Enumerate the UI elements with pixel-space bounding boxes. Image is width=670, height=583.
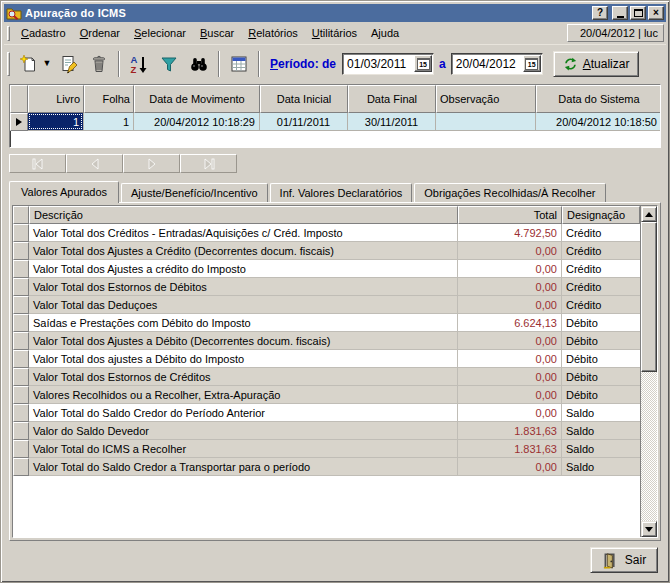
calendar-view-button[interactable] [224, 49, 254, 79]
row-selector[interactable] [13, 242, 29, 260]
column-header-observacao[interactable]: Observação [436, 85, 536, 113]
cell-designacao[interactable]: Crédito [562, 296, 640, 314]
row-selector[interactable] [13, 278, 29, 296]
cell-designacao[interactable]: Crédito [562, 278, 640, 296]
row-selector[interactable] [13, 422, 29, 440]
cell-folha[interactable]: 1 [84, 113, 134, 131]
cell-total[interactable]: 0,00 [458, 404, 562, 422]
row-selector[interactable] [13, 368, 29, 386]
column-header-data-movimento[interactable]: Data de Movimento [134, 85, 260, 113]
cell-total[interactable]: 4.792,50 [458, 224, 562, 242]
table-row[interactable]: Valor Total dos Estornos de Débitos 0,00… [13, 278, 640, 296]
menu-item[interactable]: Buscar [193, 24, 241, 42]
minimize-button[interactable] [612, 6, 628, 20]
table-row[interactable]: Saídas e Prestações com Débito do Impost… [13, 314, 640, 332]
cell-descricao[interactable]: Valor Total dos Créditos - Entradas/Aqui… [29, 224, 458, 242]
cell-descricao[interactable]: Valor Total dos Ajustes a crédito do Imp… [29, 260, 458, 278]
cell-descricao[interactable]: Valor Total dos ajustes a Débito do Impo… [29, 350, 458, 368]
column-header-data-sistema[interactable]: Data do Sistema [536, 85, 661, 113]
close-button[interactable]: × [648, 6, 664, 20]
new-record-dropdown-button[interactable]: ▼ [40, 49, 54, 79]
cell-descricao[interactable]: Valor Total dos Ajustes a Débito (Decorr… [29, 332, 458, 350]
tab[interactable]: Valores Apurados [9, 181, 119, 203]
tab[interactable]: Ajuste/Benefício/Incentivo [121, 183, 268, 202]
last-record-button[interactable] [180, 154, 237, 173]
table-row[interactable]: Valor Total das Deduçoes 0,00 Crédito [13, 296, 640, 314]
cell-designacao[interactable]: Crédito [562, 242, 640, 260]
table-row[interactable]: Valores Recolhidos ou a Recolher, Extra-… [13, 386, 640, 404]
date-to-picker-button[interactable]: 15 [523, 55, 541, 72]
cell-descricao[interactable]: Valor Total do Saldo Credor do Período A… [29, 404, 458, 422]
maximize-button[interactable] [630, 6, 646, 20]
tab[interactable]: Obrigações Recolhidas/À Recolher [414, 183, 605, 202]
help-button[interactable]: ? [592, 6, 608, 20]
cell-descricao[interactable]: Valores Recolhidos ou a Recolher, Extra-… [29, 386, 458, 404]
row-selector[interactable] [13, 350, 29, 368]
menu-item[interactable]: Ajuda [364, 24, 406, 42]
filter-button[interactable] [154, 49, 184, 79]
column-header-data-final[interactable]: Data Final [348, 85, 436, 113]
table-row[interactable]: Valor Total dos Ajustes a Crédito (Decor… [13, 242, 640, 260]
scroll-down-button[interactable] [641, 521, 657, 537]
tab[interactable]: Inf. Valores Declaratórios [270, 183, 413, 202]
cell-total[interactable]: 0,00 [458, 458, 562, 476]
table-row[interactable]: Valor Total dos Estornos de Créditos 0,0… [13, 368, 640, 386]
column-header-total[interactable]: Total [458, 206, 562, 224]
previous-record-button[interactable] [66, 154, 123, 173]
menu-item[interactable]: Cadastro [14, 24, 73, 42]
row-selector[interactable] [13, 260, 29, 278]
cell-observacao[interactable] [436, 113, 536, 131]
column-header-designacao[interactable]: Designação [562, 206, 640, 224]
column-header-livro[interactable]: Livro [28, 85, 84, 113]
cell-descricao[interactable]: Valor Total dos Estornos de Débitos [29, 278, 458, 296]
cell-designacao[interactable]: Débito [562, 350, 640, 368]
cell-total[interactable]: 0,00 [458, 296, 562, 314]
row-selector[interactable] [13, 440, 29, 458]
date-to-field[interactable]: 20/04/2012 15 [451, 53, 543, 75]
row-selector[interactable] [13, 296, 29, 314]
scrollbar-thumb[interactable] [641, 222, 657, 372]
sort-button[interactable]: A Z [124, 49, 154, 79]
table-row[interactable]: Valor do Saldo Devedor 1.831,63 Saldo [13, 422, 640, 440]
row-selector[interactable] [13, 314, 29, 332]
cell-data-inicial[interactable]: 01/11/2011 [260, 113, 348, 131]
cell-data-sistema[interactable]: 20/04/2012 10:18:50 [536, 113, 661, 131]
first-record-button[interactable] [9, 154, 66, 173]
cell-total[interactable]: 0,00 [458, 386, 562, 404]
delete-record-button[interactable] [84, 49, 114, 79]
cell-designacao[interactable]: Débito [562, 314, 640, 332]
cell-designacao[interactable]: Débito [562, 386, 640, 404]
table-row[interactable]: Valor Total do Saldo Credor a Transporta… [13, 458, 640, 476]
cell-designacao[interactable]: Crédito [562, 224, 640, 242]
cell-designacao[interactable]: Saldo [562, 404, 640, 422]
row-selector[interactable] [13, 332, 29, 350]
cell-descricao[interactable]: Valor Total do Saldo Credor a Transporta… [29, 458, 458, 476]
row-selector[interactable] [13, 224, 29, 242]
cell-descricao[interactable]: Valor do Saldo Devedor [29, 422, 458, 440]
cell-descricao[interactable]: Valor Total dos Ajustes a Crédito (Decor… [29, 242, 458, 260]
cell-total[interactable]: 0,00 [458, 278, 562, 296]
column-header-data-inicial[interactable]: Data Inicial [260, 85, 348, 113]
cell-descricao[interactable]: Saídas e Prestações com Débito do Impost… [29, 314, 458, 332]
table-row[interactable]: Valor Total dos Ajustes a Débito (Decorr… [13, 332, 640, 350]
table-row[interactable]: Valor Total dos Créditos - Entradas/Aqui… [13, 224, 640, 242]
cell-total[interactable]: 1.831,63 [458, 440, 562, 458]
title-bar[interactable]: Apuração do ICMS ? × [4, 4, 666, 22]
cell-designacao[interactable]: Saldo [562, 458, 640, 476]
date-from-field[interactable]: 01/03/2011 15 [342, 53, 434, 75]
table-row[interactable]: Valor Total do Saldo Credor do Período A… [13, 404, 640, 422]
column-header-descricao[interactable]: Descrição [29, 206, 458, 224]
cell-descricao[interactable]: Valor Total dos Estornos de Créditos [29, 368, 458, 386]
scrollbar-track[interactable] [641, 372, 657, 521]
next-record-button[interactable] [123, 154, 180, 173]
cell-total[interactable]: 6.624,13 [458, 314, 562, 332]
column-header-folha[interactable]: Folha [84, 85, 134, 113]
sair-button[interactable]: Sair [590, 547, 658, 573]
menu-item[interactable]: Ordenar [73, 24, 127, 42]
selected-cell[interactable]: 1 [28, 113, 83, 130]
date-from-picker-button[interactable]: 15 [414, 55, 432, 72]
cell-designacao[interactable]: Crédito [562, 260, 640, 278]
toolbar-grip[interactable] [7, 52, 10, 76]
menu-item[interactable]: Selecionar [127, 24, 193, 42]
row-selector[interactable] [13, 386, 29, 404]
